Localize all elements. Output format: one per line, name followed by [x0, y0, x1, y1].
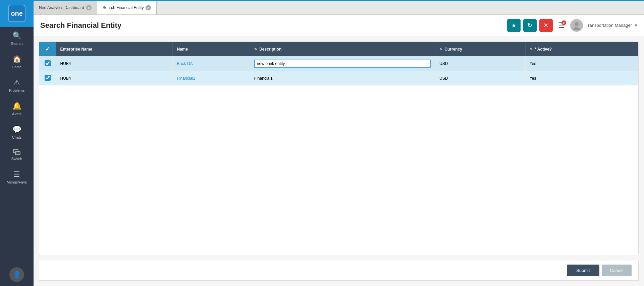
- svg-point-2: [575, 22, 579, 26]
- col-active: ✎ * Active?: [525, 42, 614, 56]
- sidebar-item-label: Alerts: [12, 112, 21, 116]
- home-icon: 🏠: [12, 55, 21, 64]
- table-header: ✓ Enterprise Name Name ✎ Description: [39, 42, 638, 56]
- row-checkbox-cell[interactable]: [39, 56, 56, 71]
- refresh-icon: ↻: [527, 22, 532, 29]
- dropdown-arrow-icon: ▾: [635, 22, 637, 28]
- app-logo: one: [8, 5, 25, 22]
- row-checkbox[interactable]: [45, 75, 51, 81]
- sidebar-item-menus[interactable]: ☰ Menus/Favs: [0, 165, 34, 189]
- edit-icon-currency: ✎: [439, 47, 442, 51]
- content-area: ✓ Enterprise Name Name ✎ Description: [39, 42, 639, 255]
- cell-active: Yes: [525, 56, 614, 71]
- sidebar-item-label: Problems: [9, 88, 24, 92]
- cell-enterprise-name: HUB4: [56, 71, 173, 85]
- header-bar: Search Financial Entity ★ ↻ ✕ ☰ 0: [34, 15, 644, 36]
- row-checkbox[interactable]: [45, 60, 51, 66]
- close-icon: ✕: [543, 22, 548, 29]
- cell-enterprise-name: HUB4: [56, 56, 173, 71]
- data-table: ✓ Enterprise Name Name ✎ Description: [39, 42, 638, 85]
- col-enterprise-name: Enterprise Name: [56, 42, 173, 56]
- sidebar: one 🔍 Search 🏠 Home ⚠ Problems 🔔 Alerts …: [0, 0, 34, 286]
- bell-icon: 🔔: [12, 102, 21, 111]
- cell-active: Yes: [525, 71, 614, 85]
- sidebar-item-switch[interactable]: Switch: [0, 144, 34, 165]
- table-row: HUB4Financial1Financial1USDYes: [39, 71, 638, 85]
- header-actions: ★ ↻ ✕ ☰ 0: [507, 19, 637, 32]
- sidebar-item-home[interactable]: 🏠 Home: [0, 50, 34, 74]
- col-actions: [614, 42, 638, 56]
- refresh-button[interactable]: ↻: [523, 19, 537, 32]
- menu-button[interactable]: ☰ 0: [555, 20, 568, 31]
- user-info[interactable]: Transportation Manager ▾: [570, 19, 637, 32]
- user-avatar-header: [570, 19, 583, 32]
- tab-dashboard[interactable]: Neo Analytics Dashboard ✕: [34, 1, 97, 14]
- sidebar-item-search[interactable]: 🔍 Search: [0, 27, 34, 50]
- close-button[interactable]: ✕: [539, 19, 553, 32]
- switch-icon: [13, 149, 20, 155]
- star-icon: ★: [511, 22, 517, 29]
- cell-actions: [614, 56, 638, 71]
- search-icon: 🔍: [12, 31, 21, 40]
- edit-icon-active: ✎: [530, 47, 533, 51]
- edit-icon-desc: ✎: [254, 47, 257, 51]
- favorite-button[interactable]: ★: [507, 19, 521, 32]
- name-link[interactable]: Back OA: [177, 61, 193, 66]
- cell-description[interactable]: [250, 56, 435, 71]
- sidebar-item-problems[interactable]: ⚠ Problems: [0, 74, 34, 97]
- cell-name[interactable]: Financial1: [173, 71, 250, 85]
- cell-currency: USD: [435, 56, 525, 71]
- main-area: Neo Analytics Dashboard ✕ Search Financi…: [34, 0, 644, 286]
- cell-actions: [614, 71, 638, 85]
- menu-icon: ☰: [13, 170, 20, 179]
- user-avatar-sidebar[interactable]: 👤: [9, 267, 24, 282]
- table-row: HUB4Back OAUSDYes: [39, 56, 638, 71]
- tab-close-financial[interactable]: ✕: [146, 5, 151, 10]
- svg-rect-1: [15, 151, 20, 155]
- footer-bar: Submit Cancel: [39, 261, 639, 281]
- user-name: Transportation Manager: [586, 23, 632, 28]
- col-currency: ✎ Currency: [435, 42, 525, 56]
- sidebar-item-label: Search: [11, 42, 23, 46]
- header-checkmark-icon: ✓: [45, 46, 50, 52]
- sidebar-item-label: Menus/Favs: [7, 180, 27, 184]
- warning-icon: ⚠: [13, 78, 20, 87]
- sidebar-item-chats[interactable]: 💬 Chats: [0, 121, 34, 144]
- submit-button[interactable]: Submit: [567, 265, 599, 276]
- tab-label: Neo Analytics Dashboard: [39, 5, 84, 10]
- sidebar-item-label: Home: [12, 65, 21, 69]
- page-title: Search Financial Entity: [40, 21, 507, 30]
- notification-badge: 0: [561, 20, 566, 25]
- row-checkbox-cell[interactable]: [39, 71, 56, 85]
- description-input[interactable]: [254, 60, 431, 68]
- svg-point-3: [573, 27, 580, 30]
- cancel-button[interactable]: Cancel: [602, 265, 632, 276]
- tab-financial[interactable]: Search Financial Entity ✕: [97, 1, 157, 14]
- table-wrapper: ✓ Enterprise Name Name ✎ Description: [39, 42, 638, 255]
- chat-icon: 💬: [12, 125, 21, 134]
- sidebar-logo[interactable]: one: [0, 0, 34, 27]
- sidebar-item-label: Chats: [12, 135, 22, 139]
- sidebar-item-label: Switch: [11, 157, 22, 161]
- tab-bar: Neo Analytics Dashboard ✕ Search Financi…: [34, 0, 644, 15]
- col-name: Name: [173, 42, 250, 56]
- name-link[interactable]: Financial1: [177, 76, 195, 81]
- tab-label: Search Financial Entity: [103, 5, 144, 10]
- col-description: ✎ Description: [250, 42, 435, 56]
- tab-close-dashboard[interactable]: ✕: [86, 5, 92, 10]
- cell-description[interactable]: Financial1: [250, 71, 435, 85]
- cell-name[interactable]: Back OA: [173, 56, 250, 71]
- sidebar-item-alerts[interactable]: 🔔 Alerts: [0, 97, 34, 121]
- header-checkbox-cell[interactable]: ✓: [39, 42, 56, 56]
- cell-currency: USD: [435, 71, 525, 85]
